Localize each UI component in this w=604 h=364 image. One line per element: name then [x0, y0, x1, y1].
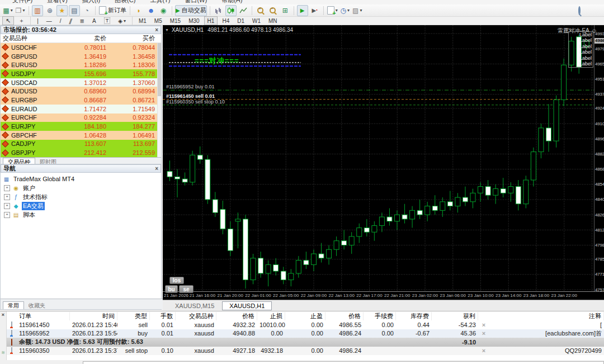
- scrollbar[interactable]: [157, 43, 161, 157]
- navigator-tab[interactable]: 收藏夹: [24, 302, 50, 309]
- menu-item[interactable]: 窗口(W): [185, 0, 207, 4]
- channel-button[interactable]: ∥: [66, 16, 76, 25]
- chart-dropdown-icon[interactable]: ▼: [165, 28, 169, 32]
- market-watch-row[interactable]: USDCAD1.370121.37060: [1, 78, 161, 87]
- column-header[interactable]: 类型: [117, 312, 150, 320]
- timeframe-m30[interactable]: M30: [185, 16, 202, 25]
- ea-button-los[interactable]: los: [169, 277, 184, 284]
- expand-icon[interactable]: +: [4, 185, 10, 191]
- column-header[interactable]: 价格: [216, 312, 257, 320]
- timeframe-d1[interactable]: D1: [234, 16, 248, 25]
- news-button[interactable]: ◉: [158, 5, 169, 16]
- order-row[interactable]: 1159614502026.01.23 15:40:20sell0.01xauu…: [7, 320, 604, 329]
- ea-button-se[interactable]: se: [179, 285, 194, 293]
- close-icon[interactable]: ×: [482, 322, 485, 328]
- strategy-tester-button[interactable]: ◔: [81, 5, 92, 16]
- market-watch-row[interactable]: GBPCHF1.064281.06491: [1, 131, 161, 140]
- expand-icon[interactable]: +: [4, 203, 10, 209]
- autotrading-button[interactable]: ▶ 自动交易: [175, 5, 207, 16]
- chart-tab[interactable]: XAUUSD,H1: [222, 301, 272, 310]
- timeframe-h1[interactable]: H1: [204, 16, 218, 25]
- close-icon[interactable]: ×: [482, 347, 485, 354]
- alerts-button[interactable]: ◗: [133, 5, 144, 16]
- expand-icon[interactable]: +: [4, 194, 10, 200]
- menu-item[interactable]: 文件(F): [12, 0, 32, 4]
- column-header[interactable]: 库存费: [396, 312, 432, 320]
- tile-windows-button[interactable]: ⊞: [280, 5, 291, 16]
- column-header[interactable]: 订单: [17, 312, 70, 320]
- text-button[interactable]: A: [89, 16, 100, 25]
- navigator-item[interactable]: +▤脚本: [1, 210, 161, 219]
- market-watch-toggle[interactable]: ▥: [32, 5, 43, 16]
- column-header[interactable]: 注释: [489, 312, 604, 320]
- data-window-button[interactable]: ⊕: [44, 5, 55, 16]
- market-watch-row[interactable]: AUDUSD0.689600.68994: [1, 87, 161, 96]
- menu-item[interactable]: 插入(I): [82, 0, 100, 4]
- vline-button[interactable]: |: [34, 16, 42, 25]
- close-icon[interactable]: ×: [155, 27, 158, 33]
- scrollbar-thumb[interactable]: [158, 43, 161, 96]
- cursor-button[interactable]: ↖: [2, 16, 14, 25]
- column-header-ask[interactable]: 买价: [110, 34, 158, 42]
- close-order-button[interactable]: ×: [478, 347, 489, 354]
- periods-button[interactable]: ◷▾: [339, 5, 351, 16]
- timeframe-m15[interactable]: M15: [167, 16, 184, 25]
- navigator-tab[interactable]: 常用: [3, 301, 24, 309]
- timeframe-m1[interactable]: M1: [135, 16, 150, 25]
- crosshair-button[interactable]: ＋: [15, 16, 27, 25]
- terminal-toggle[interactable]: ▤: [69, 5, 80, 16]
- column-header[interactable]: 获利: [432, 312, 478, 320]
- line-chart-button[interactable]: [238, 5, 249, 16]
- close-order-button[interactable]: ×: [478, 322, 489, 328]
- column-header[interactable]: 价格: [325, 312, 364, 320]
- market-watch-row[interactable]: USDJPY155.696155.778: [1, 69, 161, 78]
- market-watch-row[interactable]: USDCHF0.780110.78044: [1, 43, 161, 52]
- zoom-in-button[interactable]: +: [255, 5, 266, 16]
- menu-item[interactable]: 查看(V): [47, 0, 68, 4]
- new-order-button[interactable]: + 新订单: [98, 5, 127, 16]
- candlestick-button[interactable]: [225, 5, 237, 16]
- column-header[interactable]: 交易品种: [176, 312, 216, 320]
- menu-item[interactable]: 帮助(H): [221, 0, 242, 4]
- bar-chart-button[interactable]: [213, 5, 224, 16]
- close-icon[interactable]: ×: [155, 166, 158, 172]
- close-order-button[interactable]: ×: [478, 330, 489, 337]
- column-header[interactable]: 止损: [257, 312, 285, 320]
- market-watch-row[interactable]: EURUSD1.182861.18306: [1, 60, 161, 69]
- column-header[interactable]: 手续费: [364, 312, 396, 320]
- order-row[interactable]: 1159659522026.01.23 15:54:54buy0.01xauus…: [7, 329, 604, 338]
- search-button[interactable]: [578, 7, 581, 14]
- chart-tab[interactable]: XAUUSD,M15: [168, 302, 221, 310]
- column-header[interactable]: 手数: [150, 312, 176, 320]
- navigator-toggle[interactable]: ★: [56, 5, 68, 16]
- zoom-out-button[interactable]: −: [267, 5, 279, 16]
- indicators-button[interactable]: +▾: [327, 5, 338, 16]
- candlestick-chart[interactable]: ===对冲===#115965952 buy 0.01#115961450 se…: [163, 25, 594, 291]
- trendline-button[interactable]: /: [56, 16, 65, 25]
- close-icon[interactable]: ×: [482, 330, 485, 337]
- community-button[interactable]: ☻: [145, 5, 157, 16]
- profiles-button[interactable]: ❐▾: [15, 5, 26, 16]
- timeframe-h4[interactable]: H4: [219, 16, 233, 25]
- text-label-button[interactable]: T: [101, 16, 114, 25]
- column-header[interactable]: 时间: [70, 312, 117, 320]
- chart-shift-button[interactable]: ▶▪: [309, 5, 320, 16]
- arrows-button[interactable]: ◈▾: [115, 16, 129, 25]
- timeframe-mn[interactable]: MN: [265, 16, 281, 25]
- market-watch-row[interactable]: EURGBP0.866870.86721: [1, 96, 161, 105]
- fibonacci-button[interactable]: ≣: [77, 16, 88, 25]
- expand-icon[interactable]: +: [4, 212, 10, 218]
- market-watch-row[interactable]: GBPUSD1.364191.36458: [1, 52, 161, 61]
- column-header[interactable]: 止盈: [285, 312, 325, 320]
- chart-window[interactable]: ===对冲===#115965952 buy 0.01#115961450 se…: [163, 25, 604, 300]
- menu-item[interactable]: 图表(C): [115, 0, 135, 4]
- market-watch-row[interactable]: GBPJPY212.412212.559: [1, 148, 161, 157]
- navigator-item[interactable]: +◆EA交易: [1, 201, 161, 210]
- timeframe-w1[interactable]: W1: [249, 16, 264, 25]
- menu-item[interactable]: 工具(T): [150, 0, 170, 4]
- auto-scroll-button[interactable]: ▶: [297, 5, 308, 16]
- hline-button[interactable]: —: [43, 16, 55, 25]
- new-chart-button[interactable]: ▦▾: [2, 5, 13, 16]
- market-watch-row[interactable]: EURCHF0.922840.92324: [1, 114, 161, 122]
- column-header-symbol[interactable]: 交易品种: [1, 34, 61, 42]
